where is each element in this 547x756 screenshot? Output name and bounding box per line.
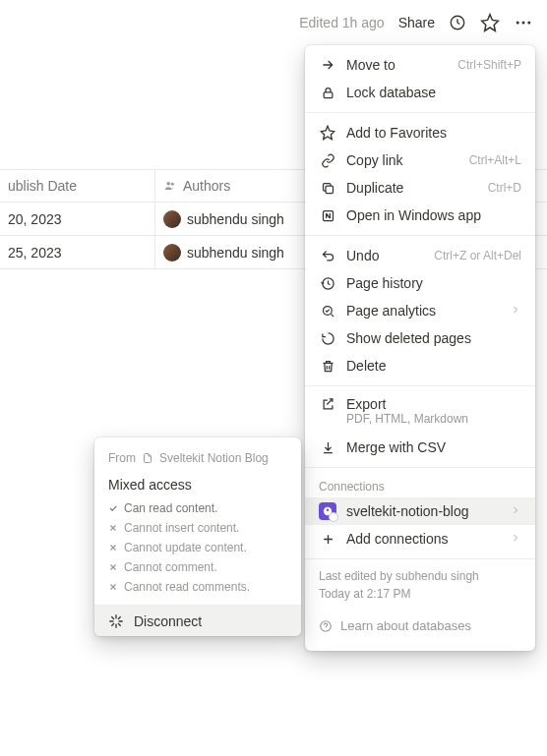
access-insert-content: Cannot insert content. [94, 518, 301, 538]
star-icon [319, 125, 336, 141]
duplicate-icon [319, 181, 336, 196]
learn-about-databases[interactable]: Learn about databases [305, 607, 535, 645]
menu-undo[interactable]: Undo Ctrl+Z or Alt+Del [305, 242, 535, 269]
avatar [163, 244, 181, 262]
svg-rect-6 [324, 91, 333, 97]
page-icon [142, 452, 153, 464]
access-read-content: Can read content. [94, 498, 301, 518]
link-icon [319, 153, 336, 168]
chevron-right-icon [510, 303, 521, 319]
menu-show-deleted[interactable]: Show deleted pages [305, 324, 535, 352]
connection-app-icon [319, 502, 336, 520]
menu-copy-link[interactable]: Copy link Ctrl+Alt+L [305, 146, 535, 174]
svg-rect-7 [326, 186, 334, 194]
menu-lock-database[interactable]: Lock database [305, 79, 535, 106]
lock-icon [319, 86, 336, 100]
menu-connection-sveltekit[interactable]: sveltekit-notion-blog [305, 497, 535, 525]
edited-timestamp: Edited 1h ago [299, 15, 384, 30]
star-icon[interactable] [480, 13, 500, 32]
access-comment: Cannot comment. [94, 557, 301, 577]
submenu-from: From Sveltekit Notion Blog [94, 447, 301, 473]
analytics-icon [319, 304, 336, 319]
menu-page-analytics[interactable]: Page analytics [305, 297, 535, 324]
menu-move-to[interactable]: Move to Ctrl+Shift+P [305, 51, 535, 79]
divider [305, 385, 535, 386]
disconnect-icon [108, 613, 124, 629]
submenu-title: Mixed access [94, 473, 301, 498]
connections-section-title: Connections [305, 474, 535, 497]
arrow-right-icon [319, 57, 336, 73]
column-header-authors[interactable]: Authors [155, 170, 313, 202]
menu-page-history[interactable]: Page history [305, 269, 535, 297]
menu-duplicate[interactable]: Duplicate Ctrl+D [305, 174, 535, 202]
people-icon [163, 179, 177, 193]
svg-point-1 [517, 22, 519, 25]
menu-delete[interactable]: Delete [305, 352, 535, 379]
chevron-right-icon [510, 531, 521, 547]
divider [305, 467, 535, 468]
divider [305, 112, 535, 113]
help-icon [319, 619, 333, 633]
x-icon [108, 562, 118, 572]
menu-merge-csv[interactable]: Merge with CSV [305, 434, 535, 461]
access-update-content: Cannot update content. [94, 538, 301, 557]
svg-point-2 [522, 22, 525, 25]
check-icon [108, 503, 118, 513]
plus-icon [319, 532, 336, 547]
download-icon [319, 440, 336, 455]
menu-add-connections[interactable]: Add connections [305, 525, 535, 552]
topbar: Edited 1h ago Share [0, 0, 547, 45]
column-header-publish-date[interactable]: ublish Date [0, 170, 155, 202]
export-icon [319, 397, 336, 412]
cell-date: 20, 2023 [0, 203, 155, 235]
menu-export[interactable]: Export [305, 392, 535, 416]
x-icon [108, 523, 118, 533]
access-read-comments: Cannot read comments. [94, 577, 301, 597]
cell-author: subhendu singh [155, 203, 313, 235]
cell-author: subhendu singh [155, 236, 313, 268]
history-icon [319, 276, 336, 291]
share-button[interactable]: Share [398, 15, 435, 30]
notion-icon [319, 208, 336, 223]
chevron-right-icon [510, 503, 521, 519]
cell-date: 25, 2023 [0, 236, 155, 268]
svg-point-3 [527, 22, 530, 25]
svg-point-4 [167, 182, 171, 186]
divider [305, 235, 535, 236]
trash-icon [319, 359, 336, 374]
avatar [163, 210, 181, 228]
page-actions-menu: Move to Ctrl+Shift+P Lock database Add t… [305, 45, 535, 651]
disconnect-button[interactable]: Disconnect [94, 605, 301, 636]
undo-icon [319, 249, 336, 263]
restore-icon [319, 331, 336, 346]
svg-point-5 [171, 183, 174, 186]
clock-icon[interactable] [449, 14, 466, 31]
last-edited-info: Last edited by subhendu singh Today at 2… [305, 558, 535, 607]
connection-submenu: From Sveltekit Notion Blog Mixed access … [94, 437, 301, 636]
x-icon [108, 582, 118, 592]
menu-open-windows-app[interactable]: Open in Windows app [305, 202, 535, 229]
x-icon [108, 543, 118, 552]
menu-add-favorites[interactable]: Add to Favorites [305, 119, 535, 146]
more-icon[interactable] [514, 13, 533, 32]
